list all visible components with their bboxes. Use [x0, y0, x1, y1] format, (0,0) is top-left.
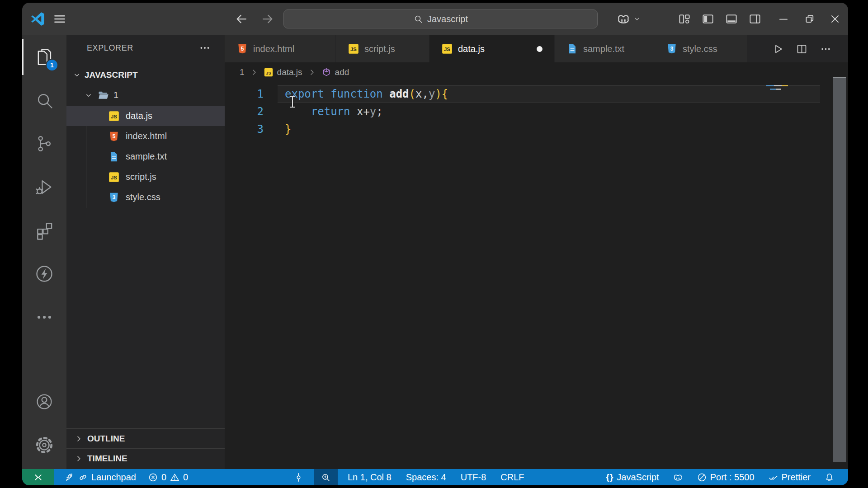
status-cursor-position[interactable]: Ln 1, Col 8 [348, 472, 392, 483]
plug-icon [78, 472, 88, 483]
file-item-sample.txt[interactable]: sample.txt [66, 146, 225, 167]
explorer-title: EXPLORER [87, 43, 133, 53]
section-timeline[interactable]: TIMELINE [66, 448, 225, 468]
activity-item-source-control[interactable] [22, 122, 66, 165]
tab-label: index.html [253, 44, 294, 54]
status-problems[interactable]: 00 [148, 472, 188, 483]
status-notifications[interactable] [824, 472, 835, 483]
restore-button[interactable] [803, 13, 816, 25]
activity-item-explorer[interactable]: 1 [22, 35, 66, 79]
toggle-sidebar-icon[interactable] [701, 12, 715, 26]
activity-item-more-views[interactable] [22, 296, 66, 339]
activity-item-run-and-debug[interactable] [22, 165, 66, 209]
vscode-window: Javascript 1 EXPLORER JAVASCRIPT 1 J [22, 3, 848, 485]
line-number[interactable]: 1 [225, 85, 264, 103]
activity-item-live-server[interactable] [22, 252, 66, 296]
js-icon: JS [264, 67, 274, 77]
tab-label: data.js [458, 44, 485, 54]
status-live-server-port[interactable]: Port : 5500 [697, 472, 755, 483]
blocked-icon [697, 472, 707, 483]
activity-item-accounts[interactable] [22, 380, 66, 423]
status-text: Spaces: 4 [406, 472, 446, 483]
activity-item-extensions[interactable] [22, 209, 66, 252]
forward-arrow-icon[interactable] [261, 12, 274, 26]
warning-icon [170, 472, 180, 483]
breadcrumb-item-1[interactable]: 1 [240, 67, 245, 77]
code-line: return x+y; [285, 103, 383, 121]
minimap[interactable] [766, 85, 793, 90]
status-text: CRLF [500, 472, 524, 483]
file-label: index.html [126, 131, 167, 141]
status-commit-indicator[interactable] [293, 472, 304, 483]
views-and-more-actions-icon[interactable] [198, 42, 211, 54]
breadcrumb: 1JSdata.jsadd [225, 62, 848, 82]
activity-item-search[interactable] [22, 79, 66, 122]
svg-text:3: 3 [113, 194, 116, 201]
toggle-secondary-sidebar-icon[interactable] [748, 12, 762, 26]
chevron-right-icon [249, 67, 259, 77]
folder-item-1[interactable]: 1 [66, 85, 225, 105]
status-remote-indicator[interactable] [22, 469, 54, 485]
tab-script.js[interactable]: JSscript.js [336, 35, 429, 62]
account-icon [35, 392, 54, 411]
workspace-section-javascript[interactable]: JAVASCRIPT [66, 65, 225, 85]
status-encoding[interactable]: UTF-8 [461, 472, 486, 483]
status-copilot-status[interactable] [673, 472, 683, 483]
tab-index.html[interactable]: 5index.html [225, 35, 336, 62]
file-item-script.js[interactable]: JSscript.js [66, 167, 225, 187]
tab-style.css[interactable]: 3style.css [654, 35, 748, 62]
zoomin-icon [321, 472, 331, 483]
svg-text:3: 3 [670, 46, 674, 52]
indent-guide [285, 103, 285, 121]
txt-icon [566, 43, 578, 55]
close-button[interactable] [829, 13, 841, 25]
command-center-search[interactable]: Javascript [283, 9, 598, 28]
back-arrow-icon[interactable] [235, 12, 248, 26]
editor[interactable]: 123 export function add(x,y){ return x+y… [225, 82, 848, 469]
toggle-panel-icon[interactable] [725, 12, 738, 26]
file-item-style.css[interactable]: 3style.css [66, 187, 225, 207]
status-zoom-indicator[interactable] [314, 469, 338, 485]
line-number[interactable]: 2 [225, 103, 264, 121]
status-indentation[interactable]: Spaces: 4 [406, 472, 446, 483]
status-language-mode[interactable]: {}JavaScript [606, 472, 659, 483]
css-icon: 3 [108, 192, 120, 203]
status-text: JavaScript [617, 472, 659, 483]
gear-icon [35, 436, 54, 455]
editor-scrollbar[interactable] [833, 77, 846, 462]
modified-dot-icon[interactable] [537, 46, 542, 52]
more-actions-button[interactable] [820, 43, 832, 55]
customize-layout-icon[interactable] [678, 12, 691, 26]
section-label: TIMELINE [87, 454, 127, 464]
copilot-icon[interactable] [616, 12, 631, 26]
ext-icon [34, 221, 54, 240]
title-bar: Javascript [22, 3, 848, 35]
status-eol[interactable]: CRLF [500, 472, 524, 483]
file-item-data.js[interactable]: JSdata.js [66, 106, 225, 126]
file-item-index.html[interactable]: 5index.html [66, 126, 225, 146]
menu-icon[interactable] [52, 12, 67, 26]
breadcrumb-item-data.js[interactable]: JSdata.js [264, 67, 302, 77]
split-editor-button[interactable] [796, 43, 808, 55]
activity-item-settings[interactable] [22, 423, 66, 467]
cube-icon [321, 67, 331, 77]
tab-data.js[interactable]: JSdata.js [429, 35, 555, 62]
breadcrumb-item-add[interactable]: add [321, 67, 349, 77]
status-text: Launchpad [91, 472, 136, 483]
status-text: UTF-8 [461, 472, 486, 483]
section-outline[interactable]: OUTLINE [66, 428, 225, 448]
status-prettier[interactable]: Prettier [768, 472, 811, 483]
code-line: export function add(x,y){ [285, 85, 448, 103]
minimize-button[interactable] [777, 13, 790, 25]
folder-open-icon [97, 89, 110, 102]
search-icon [413, 14, 423, 24]
tab-sample.txt[interactable]: sample.txt [555, 35, 654, 62]
debug-icon [34, 177, 54, 197]
chevron-down-icon[interactable] [632, 14, 642, 23]
run-button[interactable] [772, 43, 784, 55]
mouse-ibeam-cursor [290, 96, 295, 108]
status-launchpad[interactable]: Launchpad [64, 472, 136, 483]
line-number[interactable]: 3 [225, 121, 264, 138]
chevron-right-icon [307, 67, 317, 77]
file-label: script.js [126, 172, 156, 182]
